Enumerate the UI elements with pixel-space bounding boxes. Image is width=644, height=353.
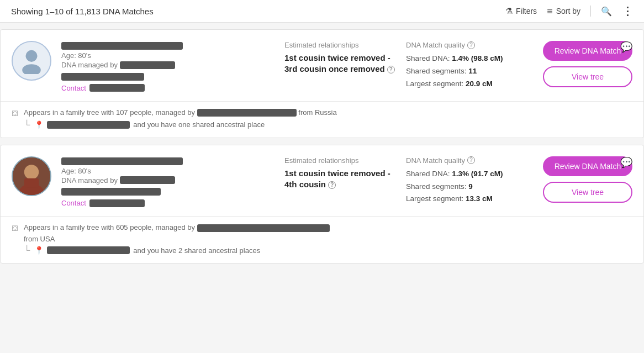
more-icon: ⋮ [622,6,633,17]
contact-link[interactable]: Contact [61,199,86,207]
match-info: Age: 80's DNA managed by Contact [61,41,279,92]
tree-icon: ⛋ [12,109,19,118]
dna-quality: DNA Match quality ? Shared DNA: 1.4% (98… [400,41,533,91]
divider [590,6,591,17]
est-label: Estimated relationships [284,156,400,165]
match-card-main: Age: 80's DNA managed by Contact Estimat… [1,145,643,217]
sort-icon: ≡ [547,6,553,16]
more-options-button[interactable]: ⋮ [622,6,633,17]
svg-point-3 [24,165,39,179]
comment-icon: 💬 [620,41,632,53]
tree-icon: ⛋ [12,224,19,233]
view-tree-button[interactable]: View tree [543,66,632,87]
name-row [61,156,279,165]
contact-row: Contact [61,199,279,207]
showing-count: Showing 1–10 of 11,813 DNA Matches [11,7,154,16]
tree-row: ⛋ Appears in a family tree with 107 peop… [12,108,632,118]
shared-dna: Shared DNA: 1.4% (98.8 cM) [406,52,533,65]
filters-button[interactable]: ⚗ Filters [505,6,537,16]
managed-by-row: DNA managed by [61,61,279,69]
redacted-tree-manager [197,224,330,232]
review-dna-match-button[interactable]: Review DNA Match [543,156,632,176]
sort-by-label: Sort by [556,7,580,15]
shared-place-text: and you have one shared ancestral place [133,120,265,129]
match-card: Age: 80's DNA managed by Contact Estimat… [0,29,644,138]
sort-by-button[interactable]: ≡ Sort by [547,6,580,16]
match-card: Age: 80's DNA managed by Contact Estimat… [0,145,644,264]
redacted-manager [120,176,175,184]
est-value: 1st cousin twice removed - 4th cousin ? [284,168,400,191]
filter-icon: ⚗ [505,6,513,16]
tree-location2: from USA [24,235,55,243]
svg-point-1 [22,64,41,74]
avatar-photo-icon [13,156,50,196]
redacted-name2 [61,73,144,81]
shared-dna-value: 1.4% (98.8 cM) [452,54,503,62]
dna-help-icon[interactable]: ? [467,156,475,164]
search-icon: 🔍 [601,6,612,17]
action-column: 💬 Review DNA Match View tree [533,156,632,203]
name-row [61,41,279,50]
match-footer: ⛋ Appears in a family tree with 605 peop… [1,216,643,263]
redacted-name [61,42,183,50]
shared-segments: Shared segments: 9 [406,181,533,193]
match-info: Age: 80's DNA managed by Contact [61,156,279,208]
tree-row: ⛋ Appears in a family tree with 605 peop… [12,223,632,233]
match-list: Age: 80's DNA managed by Contact Estimat… [0,29,644,264]
managed-by-text: DNA managed by [61,61,118,69]
tree-location: from Russia [298,108,336,117]
search-button[interactable]: 🔍 [601,6,612,17]
svg-point-0 [25,50,37,62]
help-icon[interactable]: ? [328,181,336,189]
person-silhouette-icon [18,48,45,74]
location-row: from USA [12,235,632,243]
est-value: 1st cousin twice removed - 3rd cousin on… [284,52,400,75]
redacted-place [47,121,130,129]
shared-dna-value: 1.3% (91.7 cM) [452,170,503,178]
dna-label: DNA Match quality ? [406,156,533,165]
view-tree-button[interactable]: View tree [543,182,632,203]
comment-icon: 💬 [620,156,632,168]
contact-row: Contact [61,84,279,92]
shared-dna: Shared DNA: 1.3% (91.7 cM) [406,168,533,181]
managed-by-row: DNA managed by [61,176,279,185]
shared-segments: Shared segments: 11 [406,65,533,78]
branch-icon: └ [24,120,30,130]
match-age: Age: 80's [61,51,279,60]
redacted-name [61,157,183,165]
top-bar: Showing 1–10 of 11,813 DNA Matches ⚗ Fil… [0,0,644,23]
est-label: Estimated relationships [284,41,400,49]
largest-segment: Largest segment: 20.9 cM [406,78,533,91]
estimated-relationships: Estimated relationships 1st cousin twice… [279,41,400,76]
redacted-contact [89,84,145,92]
managed-by-text: DNA managed by [61,176,118,185]
shared-place-text: and you have 2 shared ancestral places [133,246,260,255]
redacted-tree-manager [197,109,297,117]
action-column: 💬 Review DNA Match View tree [533,41,632,87]
contact-link[interactable]: Contact [61,84,86,92]
redacted-name2 [61,188,161,196]
help-icon[interactable]: ? [387,66,395,73]
dna-quality: DNA Match quality ? Shared DNA: 1.3% (91… [400,156,533,206]
toolbar: ⚗ Filters ≡ Sort by 🔍 ⋮ [505,6,633,17]
tree-text: Appears in a family tree with 605 people… [24,223,330,232]
dna-label: DNA Match quality ? [406,41,533,49]
shared-segments-value: 9 [468,182,473,191]
estimated-relationships: Estimated relationships 1st cousin twice… [279,156,400,192]
location-row: └ 📍 and you have one shared ancestral pl… [12,120,632,130]
largest-segment: Largest segment: 13.3 cM [406,193,533,206]
largest-segment-value: 20.9 cM [466,80,493,88]
tree-text: Appears in a family tree with 107 people… [24,108,337,117]
shared-segments-value: 11 [468,67,477,75]
location-icon: 📍 [34,120,44,129]
location-icon: 📍 [34,246,44,255]
avatar [12,41,51,81]
redacted-place [47,246,130,254]
review-dna-match-button[interactable]: Review DNA Match [543,41,632,61]
match-footer: ⛋ Appears in a family tree with 107 peop… [1,101,643,138]
dna-help-icon[interactable]: ? [467,41,475,49]
redacted-contact [89,199,145,207]
svg-rect-5 [24,178,39,187]
match-card-main: Age: 80's DNA managed by Contact Estimat… [1,30,643,101]
location-row2: └ 📍 and you have 2 shared ancestral plac… [12,245,632,255]
